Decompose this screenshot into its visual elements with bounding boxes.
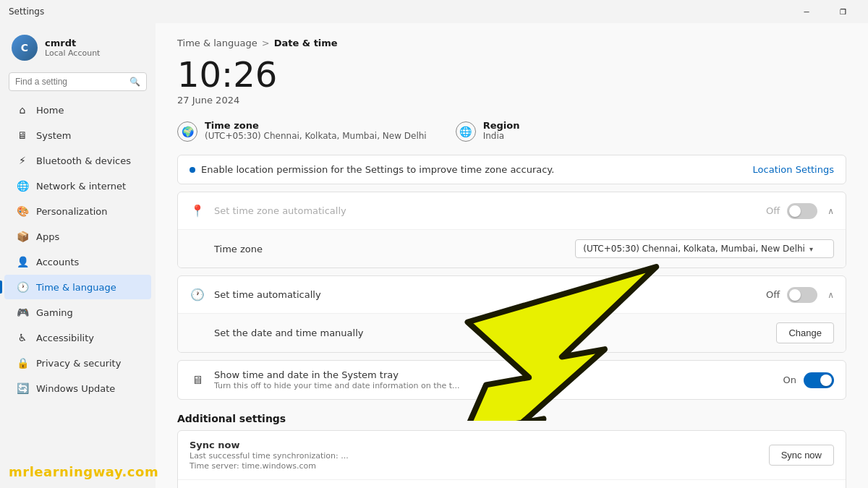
set-tz-panel: 📍 Set time zone automatically Off ∧: [177, 192, 846, 268]
set-tz-label: Set time zone automatically: [214, 205, 346, 216]
info-dot: [190, 167, 195, 173]
search-box[interactable]: 🔍: [9, 72, 147, 91]
main-layout: C cmrdt Local Account 🔍 ⌂ Home 🖥 System …: [0, 23, 868, 488]
set-tz-thumb: [789, 205, 801, 217]
nav-icon-privacy_security: 🔒: [16, 356, 29, 369]
sync-now-right: Sync now: [769, 445, 834, 466]
timezone-label: Time zone: [205, 120, 427, 131]
nav-icon-accessibility: ♿: [16, 331, 29, 344]
minimize-button[interactable]: ─: [790, 0, 823, 23]
window-controls[interactable]: ─ ❐: [790, 0, 859, 23]
set-time-auto-toggle[interactable]: [787, 287, 817, 303]
search-input[interactable]: [15, 77, 129, 87]
tz-selector-left: Time zone: [214, 244, 263, 254]
set-time-auto-thumb: [789, 289, 801, 301]
nav-icon-windows_update: 🔄: [16, 382, 29, 395]
set-time-auto-toggle-label: Off: [766, 289, 780, 300]
sidebar-item-accounts[interactable]: 👤 Accounts: [4, 249, 151, 274]
set-time-auto-right: Off ∧: [766, 287, 834, 303]
set-date-right: Change: [776, 322, 834, 343]
nav-icon-home: ⌂: [16, 103, 29, 116]
sidebar-item-bluetooth[interactable]: ⚡ Bluetooth & devices: [4, 148, 151, 173]
set-tz-row: 📍 Set time zone automatically Off ∧: [178, 192, 846, 230]
nav-label-accessibility: Accessibility: [36, 333, 94, 343]
info-bar: Enable location permission for the Setti…: [177, 155, 846, 184]
watermark: mrlearningway.com: [9, 464, 158, 479]
region-value: India: [483, 131, 520, 141]
timezone-dropdown[interactable]: (UTC+05:30) Chennai, Kolkata, Mumbai, Ne…: [575, 239, 834, 258]
timezone-selector-row: Time zone (UTC+05:30) Chennai, Kolkata, …: [178, 230, 846, 267]
location-settings-link[interactable]: Location Settings: [753, 164, 834, 175]
sync-now-sublabel1: Last successful time synchronization: ..…: [190, 451, 349, 461]
sidebar-item-personalization[interactable]: 🎨 Personalization: [4, 199, 151, 223]
sync-now-sublabel2: Time server: time.windows.com: [190, 461, 349, 471]
tz-selector-label: Time zone: [214, 244, 263, 254]
nav-accent-bar: [0, 154, 2, 167]
set-time-auto-row: 🕐 Set time automatically Off ∧: [178, 276, 846, 314]
set-tz-chevron[interactable]: ∧: [827, 206, 834, 216]
nav-icon-personalization: 🎨: [16, 205, 29, 218]
tz-selector-right[interactable]: (UTC+05:30) Chennai, Kolkata, Mumbai, Ne…: [575, 239, 834, 258]
info-bar-left: Enable location permission for the Setti…: [190, 164, 554, 175]
additional-settings-panel: Sync now Last successful time synchroniz…: [177, 430, 846, 488]
additional-settings-heading: Additional settings: [177, 413, 846, 424]
region-block: 🌐 Region India: [456, 120, 520, 142]
set-time-auto-chevron[interactable]: ∧: [827, 290, 834, 300]
nav-accent-bar: [0, 205, 2, 218]
set-time-panel: 🕐 Set time automatically Off ∧: [177, 275, 846, 353]
user-info: cmrdt Local Account: [45, 38, 100, 58]
sidebar-item-accessibility[interactable]: ♿ Accessibility: [4, 325, 151, 350]
sidebar-item-windows_update[interactable]: 🔄 Windows Update: [4, 376, 151, 401]
page-time: 10:26: [177, 57, 846, 92]
timezone-dropdown-arrow: ▾: [809, 245, 813, 253]
nav-label-accounts: Accounts: [36, 257, 79, 267]
nav-icon-accounts: 👤: [16, 255, 29, 268]
set-tz-toggle[interactable]: [787, 203, 817, 219]
set-time-auto-label: Set time automatically: [214, 289, 321, 300]
sidebar-item-system[interactable]: 🖥 System: [4, 123, 151, 147]
nav-icon-network: 🌐: [16, 179, 29, 192]
sidebar: C cmrdt Local Account 🔍 ⌂ Home 🖥 System …: [0, 23, 156, 488]
maximize-button[interactable]: ❐: [826, 0, 859, 23]
system-tray-toggle[interactable]: [804, 372, 834, 388]
change-date-button[interactable]: Change: [776, 322, 834, 343]
nav-list: ⌂ Home 🖥 System ⚡ Bluetooth & devices 🌐 …: [0, 97, 156, 401]
nav-icon-time_language: 🕐: [16, 281, 29, 294]
title-bar: Settings ─ ❐: [0, 0, 868, 23]
nav-accent-bar: [0, 382, 2, 395]
system-tray-toggle-label: On: [783, 374, 796, 385]
nav-accent-bar: [0, 129, 2, 142]
timezone-block: 🌍 Time zone (UTC+05:30) Chennai, Kolkata…: [177, 120, 427, 142]
system-tray-thumb: [820, 374, 832, 386]
sync-now-button[interactable]: Sync now: [769, 445, 834, 466]
sync-now-row: Sync now Last successful time synchroniz…: [178, 431, 846, 480]
sync-now-left: Sync now Last successful time synchroniz…: [190, 440, 349, 471]
tz-region-row: 🌍 Time zone (UTC+05:30) Chennai, Kolkata…: [177, 120, 846, 142]
sidebar-item-time_language[interactable]: 🕐 Time & language: [4, 275, 151, 299]
set-tz-left: 📍 Set time zone automatically: [190, 203, 346, 219]
system-tray-panel: 🖥 Show time and date in the System tray …: [177, 360, 846, 400]
content-area: Time & language > Date & time 10:26 27 J…: [156, 23, 868, 488]
sidebar-item-home[interactable]: ⌂ Home: [4, 98, 151, 122]
nav-label-personalization: Personalization: [36, 206, 108, 217]
set-tz-icon: 📍: [190, 203, 205, 219]
sidebar-item-gaming[interactable]: 🎮 Gaming: [4, 300, 151, 325]
nav-label-network: Network & internet: [36, 181, 126, 192]
sidebar-item-network[interactable]: 🌐 Network & internet: [4, 174, 151, 198]
set-date-label-wrap: Set the date and time manually: [214, 328, 363, 338]
breadcrumb: Time & language > Date & time: [177, 38, 846, 48]
user-name: cmrdt: [45, 38, 100, 48]
sidebar-item-apps[interactable]: 📦 Apps: [4, 224, 151, 249]
calendars-row: Show additional calendars in the taskbar…: [178, 480, 846, 488]
sidebar-item-privacy_security[interactable]: 🔒 Privacy & security: [4, 351, 151, 375]
nav-accent-bar: [0, 103, 2, 116]
nav-label-system: System: [36, 130, 71, 141]
nav-accent-bar: [0, 331, 2, 344]
user-section: C cmrdt Local Account: [0, 23, 156, 69]
nav-label-windows_update: Windows Update: [36, 383, 115, 394]
system-tray-row: 🖥 Show time and date in the System tray …: [178, 361, 846, 399]
breadcrumb-parent[interactable]: Time & language: [177, 38, 258, 48]
region-icon: 🌐: [456, 121, 476, 142]
set-tz-toggle-label: Off: [766, 205, 780, 216]
nav-icon-system: 🖥: [16, 129, 29, 142]
